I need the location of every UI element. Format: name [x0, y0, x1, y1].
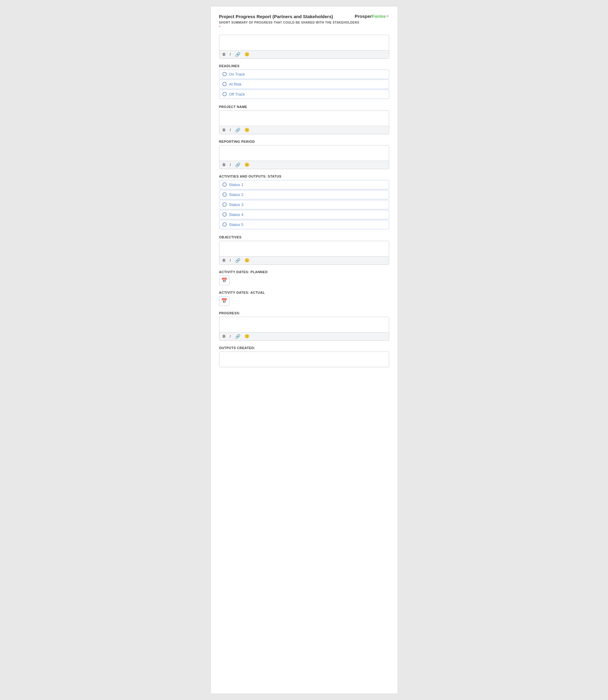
project-name-italic-button[interactable]: I [229, 128, 232, 132]
summary-emoji-button[interactable]: 🙂 [244, 52, 250, 57]
reporting-period-section: REPORTING PERIOD B I 🔗 🙂 [219, 140, 389, 169]
project-name-textarea[interactable] [220, 111, 389, 126]
outputs-created-textarea[interactable] [220, 352, 389, 367]
activity-dates-actual-picker[interactable]: 📅 [219, 296, 229, 306]
deadline-off-track-radio[interactable] [223, 92, 227, 96]
status-2-label: Status 2 [229, 192, 244, 197]
summary-italic-button[interactable]: I [229, 52, 232, 57]
reporting-period-bold-button[interactable]: B [222, 162, 226, 167]
outputs-created-section: OUTPUTS CREATED: [219, 346, 389, 367]
deadlines-radio-group: On Track At Risk Off Track [219, 70, 389, 99]
objectives-bold-button[interactable]: B [222, 258, 226, 262]
activities-status-radio-group: Status 1 Status 2 Status 3 Status 4 Stat… [219, 180, 389, 230]
project-name-bold-button[interactable]: B [222, 128, 226, 132]
prosper-forms-logo: Prosper Forms ✕ [355, 14, 389, 19]
activity-dates-planned-picker[interactable]: 📅 [219, 276, 229, 285]
status-5-label: Status 5 [229, 222, 244, 227]
activity-dates-actual-label: ACTIVITY DATES: ACTUAL [219, 291, 389, 294]
required-asterisk: * [219, 25, 389, 30]
summary-bold-button[interactable]: B [222, 52, 226, 57]
progress-editor: B I 🔗 🙂 [219, 317, 389, 341]
objectives-italic-button[interactable]: I [229, 258, 232, 262]
status-1-option[interactable]: Status 1 [219, 180, 389, 189]
progress-bold-button[interactable]: B [222, 334, 226, 338]
outputs-created-editor [219, 351, 389, 367]
objectives-label: OBJECTIVES [219, 235, 389, 239]
objectives-link-button[interactable]: 🔗 [234, 258, 241, 263]
deadline-at-risk[interactable]: At Risk [219, 80, 389, 89]
reporting-period-textarea[interactable] [220, 145, 389, 161]
activity-dates-planned-label: ACTIVITY DATES: PLANNED [219, 270, 389, 274]
form-container: Project Progress Report (Partners and St… [210, 6, 398, 694]
project-name-label: PROJECT NAME [219, 105, 389, 109]
reporting-period-emoji-button[interactable]: 🙂 [244, 162, 250, 167]
deadline-at-risk-radio[interactable] [223, 82, 227, 86]
form-header: Project Progress Report (Partners and St… [219, 14, 389, 20]
outputs-created-label: OUTPUTS CREATED: [219, 346, 389, 350]
activities-status-section: ACTIVITIES AND OUTPUTS: STATUS Status 1 … [219, 175, 389, 230]
objectives-editor: B I 🔗 🙂 [219, 241, 389, 265]
status-4-option[interactable]: Status 4 [219, 210, 389, 219]
deadline-off-track[interactable]: Off Track [219, 90, 389, 99]
deadline-at-risk-label: At Risk [229, 82, 242, 86]
reporting-period-editor: B I 🔗 🙂 [219, 145, 389, 169]
deadline-on-track-radio[interactable] [223, 72, 227, 76]
status-2-option[interactable]: Status 2 [219, 190, 389, 199]
project-name-editor: B I 🔗 🙂 [219, 111, 389, 134]
project-name-emoji-button[interactable]: 🙂 [244, 128, 250, 132]
project-name-section: PROJECT NAME B I 🔗 🙂 [219, 105, 389, 134]
summary-editor: B I 🔗 🙂 [219, 35, 389, 59]
status-1-label: Status 1 [229, 182, 244, 187]
status-3-option[interactable]: Status 3 [219, 200, 389, 209]
reporting-period-toolbar: B I 🔗 🙂 [220, 161, 389, 169]
close-icon[interactable]: ✕ [386, 14, 389, 18]
activity-dates-actual-section: ACTIVITY DATES: ACTUAL 📅 [219, 291, 389, 306]
deadline-on-track-label: On Track [229, 72, 245, 77]
summary-section: B I 🔗 🙂 [219, 35, 389, 59]
progress-toolbar: B I 🔗 🙂 [220, 332, 389, 340]
reporting-period-link-button[interactable]: 🔗 [234, 162, 241, 167]
summary-toolbar: B I 🔗 🙂 [220, 50, 389, 58]
deadlines-label: DEADLINES [219, 64, 389, 68]
summary-textarea[interactable] [220, 35, 389, 50]
status-5-radio[interactable] [223, 222, 227, 227]
calendar-planned-icon: 📅 [221, 277, 227, 283]
objectives-textarea[interactable] [220, 241, 389, 256]
form-subtitle: SHORT SUMMARY OF PROGRESS THAT COULD BE … [219, 21, 389, 24]
status-3-label: Status 3 [229, 202, 244, 207]
status-1-radio[interactable] [223, 182, 227, 187]
progress-label: PROGRESS: [219, 311, 389, 315]
calendar-actual-icon: 📅 [221, 298, 227, 304]
activities-status-label: ACTIVITIES AND OUTPUTS: STATUS [219, 175, 389, 178]
summary-link-button[interactable]: 🔗 [234, 52, 241, 57]
progress-italic-button[interactable]: I [229, 334, 232, 338]
objectives-section: OBJECTIVES B I 🔗 🙂 [219, 235, 389, 265]
status-5-option[interactable]: Status 5 [219, 220, 389, 229]
status-4-label: Status 4 [229, 212, 244, 217]
progress-textarea[interactable] [220, 317, 389, 332]
progress-link-button[interactable]: 🔗 [234, 334, 241, 339]
activity-dates-planned-section: ACTIVITY DATES: PLANNED 📅 [219, 270, 389, 285]
project-name-toolbar: B I 🔗 🙂 [220, 126, 389, 134]
form-title: Project Progress Report (Partners and St… [219, 14, 333, 20]
prosper-text: Prosper [355, 14, 372, 19]
objectives-emoji-button[interactable]: 🙂 [244, 258, 250, 262]
objectives-toolbar: B I 🔗 🙂 [220, 256, 389, 265]
reporting-period-italic-button[interactable]: I [229, 162, 232, 167]
status-2-radio[interactable] [223, 192, 227, 197]
project-name-link-button[interactable]: 🔗 [234, 128, 241, 133]
deadline-off-track-label: Off Track [229, 92, 245, 97]
progress-section: PROGRESS: B I 🔗 🙂 [219, 311, 389, 341]
progress-emoji-button[interactable]: 🙂 [244, 334, 250, 338]
status-4-radio[interactable] [223, 212, 227, 217]
deadlines-section: DEADLINES On Track At Risk Off Track [219, 64, 389, 99]
deadline-on-track[interactable]: On Track [219, 70, 389, 79]
reporting-period-label: REPORTING PERIOD [219, 140, 389, 143]
forms-text: Forms [372, 14, 386, 19]
status-3-radio[interactable] [223, 202, 227, 207]
